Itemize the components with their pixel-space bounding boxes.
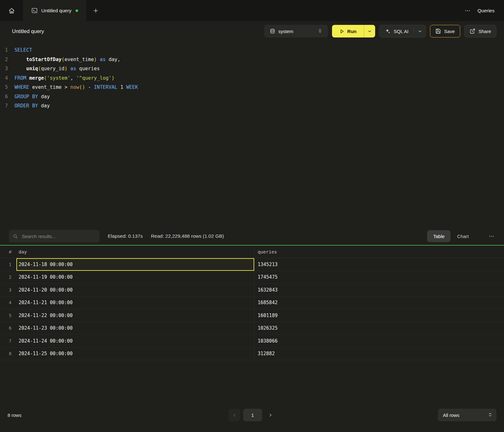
chevron-down-icon	[418, 29, 422, 34]
database-icon	[270, 28, 275, 34]
code-line[interactable]: 3 uniq(query_id) as queries	[0, 64, 504, 74]
queries-cell[interactable]: 1745475	[255, 271, 504, 284]
day-cell[interactable]: 2024-11-24 00:00:00	[16, 335, 255, 347]
day-cell[interactable]: 2024-11-21 00:00:00	[16, 297, 255, 309]
sparkles-icon	[385, 28, 391, 34]
pagination: 1	[229, 409, 275, 421]
share-button-label: Share	[478, 29, 491, 34]
search-results-input[interactable]	[21, 233, 96, 239]
home-icon	[8, 7, 15, 14]
row-number-cell: 4	[0, 297, 16, 309]
view-tab-chart[interactable]: Chart	[451, 230, 475, 242]
updown-chevrons-icon	[488, 412, 493, 418]
line-number: 5	[0, 83, 14, 92]
read-stat: Read: 22,229,488 rows (1.02 GB)	[151, 233, 224, 239]
view-tab-table[interactable]: Table	[427, 230, 450, 242]
home-button[interactable]	[0, 0, 24, 21]
day-cell[interactable]: 2024-11-18 00:00:00	[16, 258, 255, 271]
table-row: 32024-11-20 00:00:001632043	[0, 284, 504, 297]
line-number: 3	[0, 64, 14, 74]
save-button[interactable]: Save	[430, 25, 460, 37]
queries-cell[interactable]: 1038066	[255, 335, 504, 347]
queries-cell[interactable]: 1026325	[255, 322, 504, 335]
previous-page-button[interactable]	[229, 409, 240, 421]
share-button[interactable]: Share	[464, 25, 496, 37]
day-cell[interactable]: 2024-11-20 00:00:00	[16, 284, 255, 296]
ellipsis-icon	[489, 233, 495, 239]
column-header-queries[interactable]: queries	[255, 246, 504, 258]
day-cell[interactable]: 2024-11-23 00:00:00	[16, 322, 255, 335]
results-toolbar: Elapsed: 0.137s Read: 22,229,488 rows (1…	[0, 227, 504, 245]
tab-bar: Untitled query Queries	[0, 0, 504, 21]
results-footer: 8 rows 1 All rows	[0, 405, 504, 432]
unsaved-indicator-dot	[76, 9, 78, 12]
sql-editor[interactable]: 1SELECT2 toStartOfDay(event_time) as day…	[0, 41, 504, 227]
chevron-right-icon	[268, 413, 273, 418]
code-line[interactable]: 4FROM merge('system', '^query_log')	[0, 74, 504, 83]
sql-ai-button[interactable]: SQL AI	[379, 25, 426, 37]
day-cell[interactable]: 2024-11-25 00:00:00	[16, 348, 255, 360]
app-root: Untitled query Queries Untitled query sy…	[0, 0, 504, 432]
row-number-cell: 2	[0, 271, 16, 284]
page-title: Untitled query	[12, 28, 44, 34]
sql-ai-label: SQL AI	[394, 29, 409, 34]
query-header: Untitled query system Run S	[0, 21, 504, 41]
header-actions: system Run SQL AI	[264, 25, 496, 37]
chevron-left-icon	[232, 413, 237, 418]
elapsed-stat: Elapsed: 0.137s	[108, 233, 143, 239]
results-table-header: # day queries	[0, 246, 504, 258]
next-page-button[interactable]	[265, 409, 275, 421]
database-selector[interactable]: system	[264, 25, 328, 37]
chevron-down-icon	[367, 29, 372, 34]
rows-per-page-selector[interactable]: All rows	[438, 409, 496, 421]
code-area: 1SELECT2 toStartOfDay(event_time) as day…	[0, 46, 504, 111]
save-button-label: Save	[444, 29, 455, 34]
save-icon	[435, 28, 441, 34]
code-line[interactable]: 5WHERE event_time > now() - INTERVAL 1 W…	[0, 83, 504, 92]
queries-cell[interactable]: 1345213	[255, 258, 504, 271]
results-overflow-button[interactable]	[487, 231, 496, 241]
table-row: 62024-11-23 00:00:001026325	[0, 322, 504, 335]
run-options-button[interactable]	[364, 25, 375, 37]
play-icon	[339, 29, 345, 34]
table-row: 52024-11-22 00:00:001601189	[0, 309, 504, 322]
table-row: 22024-11-19 00:00:001745475	[0, 271, 504, 284]
share-icon	[470, 28, 475, 34]
queries-cell[interactable]: 1685842	[255, 297, 504, 309]
code-line[interactable]: 1SELECT	[0, 46, 504, 55]
queries-cell[interactable]: 1632043	[255, 284, 504, 296]
line-number: 1	[0, 46, 14, 55]
queries-cell[interactable]: 312882	[255, 348, 504, 360]
search-results-box[interactable]	[9, 230, 100, 242]
code-line[interactable]: 6GROUP BY day	[0, 92, 504, 102]
code-line[interactable]: 7ORDER BY day	[0, 101, 504, 111]
view-toggle: Table Chart	[427, 230, 475, 242]
results-rows: 12024-11-18 00:00:00134521322024-11-19 0…	[0, 258, 504, 360]
tab-untitled-query[interactable]: Untitled query	[24, 0, 86, 21]
tabbar-right: Queries	[462, 0, 504, 21]
code-line[interactable]: 2 toStartOfDay(event_time) as day,	[0, 55, 504, 65]
table-row: 12024-11-18 00:00:001345213	[0, 258, 504, 271]
run-button-group: Run	[332, 25, 375, 37]
line-number: 7	[0, 101, 14, 111]
day-cell[interactable]: 2024-11-19 00:00:00	[16, 271, 255, 284]
new-tab-button[interactable]	[86, 0, 106, 21]
column-header-day[interactable]: day	[16, 246, 255, 258]
button-divider	[414, 28, 414, 35]
plus-icon	[93, 8, 99, 14]
column-header-index: #	[0, 246, 16, 258]
run-button[interactable]: Run	[332, 25, 364, 37]
day-cell[interactable]: 2024-11-22 00:00:00	[16, 309, 255, 322]
rows-per-page-value: All rows	[443, 412, 460, 418]
queries-link[interactable]: Queries	[478, 8, 495, 14]
row-number-cell: 3	[0, 284, 16, 296]
page-number-button[interactable]: 1	[243, 409, 262, 421]
queries-cell[interactable]: 1601189	[255, 309, 504, 322]
line-number: 4	[0, 74, 14, 83]
tab-label: Untitled query	[41, 8, 72, 14]
table-row: 42024-11-21 00:00:001685842	[0, 297, 504, 310]
run-button-label: Run	[347, 29, 357, 34]
row-number-cell: 7	[0, 335, 16, 347]
tabbar-overflow-button[interactable]	[462, 6, 472, 16]
search-icon	[13, 234, 18, 239]
